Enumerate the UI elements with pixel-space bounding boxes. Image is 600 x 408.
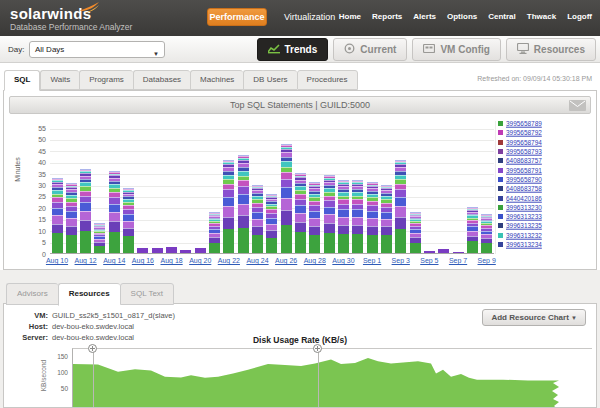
tab-programs[interactable]: Programs bbox=[79, 70, 133, 90]
sql-statement-link[interactable]: 3996313230 bbox=[506, 204, 542, 210]
bar-segment bbox=[309, 211, 320, 218]
sql-bar[interactable] bbox=[223, 160, 234, 254]
sql-statement-link[interactable]: 6408683757 bbox=[506, 158, 542, 164]
view-button-resources[interactable]: Resources bbox=[506, 38, 596, 61]
sql-bar[interactable] bbox=[381, 185, 392, 253]
bottom-tab-sql-text[interactable]: SQL Text bbox=[120, 283, 174, 305]
tab-sql[interactable]: SQL bbox=[4, 70, 40, 91]
tab-databases[interactable]: Databases bbox=[133, 70, 190, 90]
sql-bar[interactable] bbox=[195, 248, 206, 253]
sql-bar[interactable] bbox=[338, 180, 349, 253]
legend-swatch bbox=[498, 196, 503, 201]
sql-statement-link[interactable]: 3995658794 bbox=[506, 139, 542, 145]
view-button-trends[interactable]: Trends bbox=[257, 38, 329, 61]
sql-bar[interactable] bbox=[424, 251, 435, 253]
time-range-handle[interactable] bbox=[313, 344, 322, 353]
sql-bar[interactable] bbox=[180, 250, 191, 253]
sql-bar[interactable] bbox=[438, 249, 449, 253]
add-resource-chart-button[interactable]: Add Resource Chart ▼ bbox=[482, 309, 586, 326]
chart-title-bar[interactable]: Top SQL Statements | GUILD:5000 bbox=[9, 96, 591, 114]
day-select-value: All Days bbox=[35, 45, 64, 54]
bar-segment bbox=[52, 208, 63, 216]
bar-segment bbox=[266, 238, 277, 253]
sql-bar[interactable] bbox=[395, 160, 406, 254]
tab-waits[interactable]: Waits bbox=[40, 70, 79, 90]
bar-segment bbox=[338, 217, 349, 225]
sql-statement-link[interactable]: 6408683758 bbox=[506, 185, 542, 191]
sql-statement-link[interactable]: 3995658793 bbox=[506, 148, 542, 154]
sql-bar[interactable] bbox=[94, 223, 105, 253]
nav-central[interactable]: Central bbox=[488, 12, 516, 21]
bar-segment bbox=[381, 219, 392, 226]
bar-segment bbox=[195, 248, 206, 253]
sql-bar[interactable] bbox=[281, 144, 292, 253]
tab-machines[interactable]: Machines bbox=[190, 70, 243, 90]
sql-statement-link[interactable]: 3995658789 bbox=[506, 120, 542, 126]
nav-thwack[interactable]: Thwack bbox=[527, 12, 556, 21]
sql-bar[interactable] bbox=[295, 173, 306, 253]
sql-bar[interactable] bbox=[66, 183, 77, 253]
sql-bar[interactable] bbox=[352, 180, 363, 253]
bar-segment bbox=[94, 246, 105, 253]
nav-alerts[interactable]: Alerts bbox=[413, 12, 436, 21]
info-key: Host: bbox=[12, 321, 48, 332]
legend-item: 3995658793 bbox=[498, 147, 594, 156]
sql-bar[interactable] bbox=[367, 182, 378, 253]
top-nav: HomeReportsAlertsOptionsCentralThwackLog… bbox=[339, 12, 592, 21]
time-range-handle[interactable] bbox=[88, 344, 97, 353]
x-axis-date-link[interactable]: Sep 9 bbox=[470, 257, 504, 264]
sql-statement-link[interactable]: 3995658791 bbox=[506, 167, 542, 173]
sql-bar[interactable] bbox=[309, 182, 320, 253]
legend-item: 3996313235 bbox=[498, 221, 594, 230]
legend-item: 3995658791 bbox=[498, 165, 594, 174]
view-button-label: Trends bbox=[285, 44, 318, 55]
sql-bar[interactable] bbox=[410, 212, 421, 253]
nav-logoff[interactable]: Logoff bbox=[567, 12, 592, 21]
day-select[interactable]: All Days ▼ bbox=[29, 41, 165, 58]
sql-bar[interactable] bbox=[109, 171, 120, 253]
sql-statement-link[interactable]: 3995658790 bbox=[506, 176, 542, 182]
nav-home[interactable]: Home bbox=[339, 12, 361, 21]
sql-bar[interactable] bbox=[152, 248, 163, 253]
bar-segment bbox=[324, 207, 335, 215]
sql-bar[interactable] bbox=[252, 185, 263, 253]
sql-statement-link[interactable]: 3996313232 bbox=[506, 232, 542, 238]
sql-statement-link[interactable]: 6440420186 bbox=[506, 195, 542, 201]
bar-segment bbox=[252, 235, 263, 253]
sql-bar[interactable] bbox=[481, 214, 492, 253]
sql-bar[interactable] bbox=[266, 194, 277, 253]
performance-button[interactable]: Performance bbox=[207, 8, 267, 26]
nav-options[interactable]: Options bbox=[447, 12, 477, 21]
virtualization-link[interactable]: Virtualization bbox=[284, 12, 335, 22]
info-row: Host:dev-bou-eko.swdev.local bbox=[12, 321, 134, 332]
gridline bbox=[50, 140, 494, 141]
sql-bar[interactable] bbox=[137, 248, 148, 253]
view-button-current[interactable]: Current bbox=[333, 38, 407, 61]
email-icon[interactable] bbox=[569, 100, 586, 111]
nav-reports[interactable]: Reports bbox=[372, 12, 402, 21]
sql-statement-link[interactable]: 3996313234 bbox=[506, 241, 542, 247]
sql-bar[interactable] bbox=[80, 169, 91, 253]
bar-segment bbox=[166, 247, 177, 253]
sql-statement-link[interactable]: 3996313235 bbox=[506, 223, 542, 229]
sql-bar[interactable] bbox=[467, 207, 478, 253]
view-button-vm-config[interactable]: VM Config bbox=[412, 38, 500, 61]
bar-segment bbox=[66, 226, 77, 235]
sql-bar[interactable] bbox=[238, 155, 249, 253]
sql-bar[interactable] bbox=[209, 212, 220, 253]
sql-bar[interactable] bbox=[52, 178, 63, 253]
disk-area-chart bbox=[73, 349, 591, 408]
sql-statement-link[interactable]: 3996313233 bbox=[506, 213, 542, 219]
tab-db-users[interactable]: DB Users bbox=[243, 70, 296, 90]
tab-procedures[interactable]: Procedures bbox=[297, 70, 358, 90]
sql-bar[interactable] bbox=[166, 247, 177, 253]
legend-item: 6440420186 bbox=[498, 193, 594, 202]
bottom-tab-advisors[interactable]: Advisors bbox=[6, 283, 58, 305]
sql-bar[interactable] bbox=[453, 252, 464, 254]
sql-bar[interactable] bbox=[324, 175, 335, 253]
sql-statement-link[interactable]: 3995658792 bbox=[506, 130, 542, 136]
bar-segment bbox=[395, 197, 406, 206]
sql-bar[interactable] bbox=[123, 188, 134, 253]
bottom-tab-resources[interactable]: Resources bbox=[58, 283, 120, 306]
top-sql-chart bbox=[50, 124, 494, 254]
